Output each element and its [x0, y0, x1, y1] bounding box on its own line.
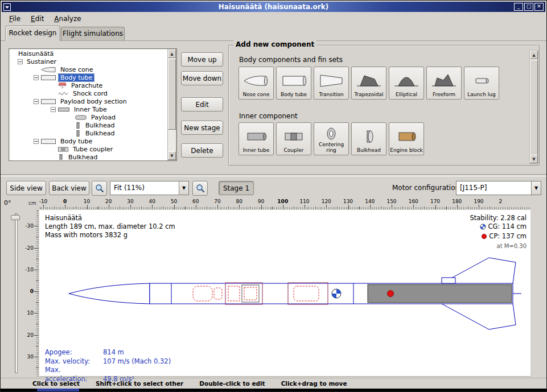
delete-button[interactable]: Delete [181, 143, 223, 158]
ruler-tick [283, 205, 283, 209]
tree-row[interactable]: Parachute [10, 81, 167, 89]
scrollbar-thumb[interactable] [530, 60, 538, 155]
split-divider[interactable] [1, 174, 547, 176]
rotation-slider-track[interactable] [15, 213, 18, 373]
engine-block-icon [393, 125, 419, 148]
move-down-button[interactable]: Move down [181, 71, 223, 85]
component-button-label: Coupler [284, 148, 304, 154]
tree-row[interactable]: Nose cone [10, 65, 167, 73]
tab-rocket-design[interactable]: Rocket design [5, 26, 60, 41]
move-up-button[interactable]: Move up [181, 52, 223, 67]
ruler-tick [424, 207, 425, 209]
motor-configuration-select[interactable]: [J115-P] ▼ [456, 181, 541, 195]
add-trapezoidal-button[interactable]: Trapezoidal [351, 67, 386, 100]
tree-row[interactable]: Bulkhead [10, 121, 167, 129]
zoom-out-button[interactable] [192, 181, 208, 196]
add-freeform-button[interactable]: Freeform [426, 67, 462, 100]
tree-row[interactable]: Payload [10, 113, 167, 121]
ruler-tick [65, 205, 65, 209]
tree-expander[interactable]: − [34, 75, 39, 80]
tree-item-label: Payload body section [59, 98, 129, 105]
tree-expander[interactable]: − [18, 59, 23, 64]
ruler-tick [435, 205, 436, 209]
tree-row[interactable]: −Body tube [10, 73, 167, 81]
menu-file[interactable]: File [4, 13, 26, 24]
inner-component-buttons: Inner tubeCouplerCentering ringBulkheadE… [238, 122, 424, 155]
side-view-button[interactable]: Side view [6, 181, 46, 195]
menu-analyze[interactable]: Analyze [49, 13, 86, 24]
ruler-tick [479, 205, 479, 209]
ruler-tick [36, 280, 39, 281]
rocket-dimensions: Length 189 cm, max. diameter 10.2 cm [45, 222, 175, 231]
ruler-tick [228, 207, 229, 209]
ruler-label: 10 [84, 199, 90, 204]
scroll-up-icon[interactable]: ▲ [530, 51, 538, 59]
nose-cone-shape[interactable] [69, 283, 150, 304]
stability-info: Stability: 2.28 cal CG: 114 cm CP: 137 c… [470, 214, 527, 250]
ruler-tick [34, 248, 39, 249]
add-bulkhead-button[interactable]: Bulkhead [351, 122, 386, 155]
ruler-label: -20 [25, 245, 34, 251]
tree-row[interactable]: Bulkhead [10, 153, 167, 160]
add-transition-button[interactable]: Transition [314, 67, 349, 100]
add-elliptical-button[interactable]: Elliptical [389, 67, 424, 100]
add-nose-cone-button[interactable]: Nose cone [238, 67, 274, 100]
add-launch-lug-button[interactable]: Launch lug [464, 67, 499, 100]
ruler-label: 30 [27, 354, 34, 360]
rocket-mass: Mass with motors 3832 g [45, 231, 175, 240]
add-centering-ring-button[interactable]: Centering ring [314, 122, 349, 155]
back-view-button[interactable]: Back view [49, 181, 89, 195]
zoom-in-button[interactable] [92, 181, 107, 196]
chevron-down-icon[interactable]: ▼ [179, 181, 188, 195]
rotation-slider-thumb[interactable] [11, 215, 20, 220]
tree-row[interactable]: Bulkhead [10, 129, 167, 137]
scrollbar-thumb[interactable] [168, 59, 176, 130]
menu-edit[interactable]: Edit [26, 13, 49, 24]
chevron-down-icon[interactable]: ▼ [531, 181, 541, 195]
add-inner-tube-button[interactable]: Inner tube [238, 122, 274, 155]
tree-expander[interactable]: − [34, 139, 39, 144]
scroll-down-icon[interactable]: ▼ [168, 151, 176, 160]
tree-row[interactable]: Haisunäätä [10, 49, 167, 57]
ruler-label: 170 [430, 199, 440, 204]
tree-scrollbar[interactable]: ▲▼ [167, 49, 176, 160]
maximize-button[interactable]: □ [524, 3, 533, 11]
tree-row[interactable]: Tube coupler [10, 145, 167, 153]
scroll-down-icon[interactable]: ▼ [530, 155, 538, 163]
title-bar[interactable]: Haisunäätä (haisunaata.ork) _□✕ [2, 2, 545, 12]
stage-1-toggle[interactable]: Stage 1 [219, 181, 254, 195]
tab-flight-simulations[interactable]: Flight simulations [61, 27, 125, 40]
tree-expander[interactable]: − [34, 99, 39, 104]
add-engine-block-button[interactable]: Engine block [389, 122, 424, 155]
scroll-up-icon[interactable]: ▲ [168, 49, 176, 58]
ruler-label: 10 [27, 310, 34, 316]
zoom-level-select[interactable]: Fit (11%) ▼ [110, 181, 189, 195]
ruler-tick [402, 207, 403, 209]
ruler-tick [305, 205, 305, 209]
tree-row[interactable]: −Sustainer [10, 57, 167, 65]
status-hint: Shift+click to select other [96, 380, 183, 387]
rocket-canvas[interactable]: Haisunäätä Length 189 cm, max. diameter … [39, 210, 530, 377]
edit-button[interactable]: Edit [181, 97, 223, 112]
ruler-tick [36, 302, 39, 303]
tree-row[interactable]: Shock cord [10, 89, 167, 97]
new-stage-button[interactable]: New stage [181, 121, 223, 135]
ruler-label: 140 [365, 199, 375, 204]
fin-bottom-shape[interactable] [442, 304, 516, 329]
cp-value: CP: 137 cm [489, 232, 527, 240]
ruler-tick [43, 205, 44, 209]
tree-row[interactable]: −Body tube [10, 137, 167, 145]
menu-bar: FileEditAnalyze [2, 13, 545, 24]
tree-row[interactable]: −Inner Tube [10, 105, 167, 113]
add-body-tube-button[interactable]: Body tube [276, 67, 311, 100]
close-button[interactable]: ✕ [534, 3, 544, 11]
add-coupler-button[interactable]: Coupler [276, 122, 311, 155]
add-component-scrollbar[interactable]: ▲▼ [529, 50, 538, 164]
launch-lug-shape[interactable] [442, 278, 455, 283]
ruler-tick [315, 207, 316, 209]
transition-icon [318, 69, 344, 92]
tree-expander[interactable]: − [51, 107, 56, 112]
component-button-label: Launch lug [467, 92, 495, 98]
tree-row[interactable]: −Payload body section [10, 97, 167, 105]
minimize-button[interactable]: _ [514, 3, 523, 11]
